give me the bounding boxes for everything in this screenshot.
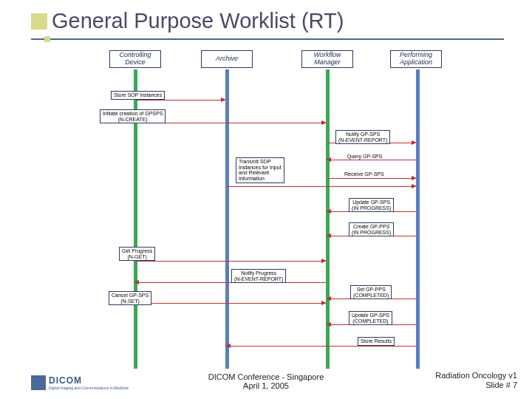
footer-doc-version: Radiation Oncology v1 <box>435 371 517 381</box>
footer-right: Radiation Oncology v1 Slide # 7 <box>435 371 517 390</box>
msg-set-gppps-comp: Set GP-PPS (COMPLETED) <box>350 285 392 299</box>
title-bar: General Purpose Worklist (RT) <box>31 9 344 33</box>
msg-query-gpsps: Query GP-SPS <box>347 154 382 160</box>
title-icon <box>31 13 47 30</box>
msg-notify-gpsps: Notify GP-SPS (N-EVENT-REPORT) <box>335 130 390 144</box>
msg-receive-gpsps: Receive GP-SPS <box>344 171 384 177</box>
msg-update-gpsps-prog: Update GP-SPS (IN PROGRESS) <box>349 198 394 212</box>
msg-store-sop: Store SOP Instances <box>111 91 165 100</box>
msg-notify-progress: Notify Progress (N-EVENT-REPORT) <box>231 269 286 283</box>
lifeline-archive <box>225 69 229 369</box>
msg-create-gppps-prog: Create GP-PPS (IN PROGRESS) <box>349 222 394 236</box>
msg-cancel-gpsps: Cancel GP-SPS (N-SET) <box>109 291 151 305</box>
title-underline <box>31 38 504 40</box>
footer-slide-number: Slide # 7 <box>435 381 517 390</box>
actor-controlling-device: Controlling Device <box>109 50 161 68</box>
actor-performing-application: Performing Application <box>390 50 442 68</box>
accent-square <box>44 36 50 42</box>
actor-workflow-manager: Workflow Manager <box>301 50 353 68</box>
msg-update-gpsps-comp: Update GP-SPS (COMPLETED) <box>349 311 392 325</box>
msg-transmit-sop: Transmit SOP Instances for Input and Rel… <box>236 157 284 183</box>
msg-initiate-gpsps: Initiate creation of GPSPS (N-CREATE) <box>100 109 166 123</box>
actor-archive: Archive <box>201 50 253 68</box>
sequence-diagram: Controlling Device Archive Workflow Mana… <box>92 50 447 366</box>
msg-store-results: Store Results <box>358 337 395 346</box>
page-title: General Purpose Worklist (RT) <box>52 9 344 33</box>
lifeline-performing-application <box>416 69 420 369</box>
msg-get-progress: Get Progress (N-GET) <box>119 247 155 261</box>
